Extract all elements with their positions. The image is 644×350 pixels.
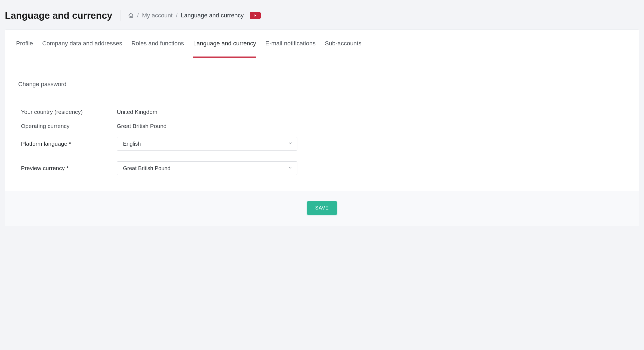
- tab-sub-accounts[interactable]: Sub-accounts: [325, 38, 362, 57]
- tab-roles[interactable]: Roles and functions: [131, 38, 184, 57]
- breadcrumb-current: Language and currency: [181, 12, 244, 19]
- value-country: United Kingdom: [117, 109, 157, 115]
- select-preview-currency[interactable]: Great British Pound: [117, 161, 297, 175]
- tab-email-notifications[interactable]: E-mail notifications: [265, 38, 316, 57]
- form-footer: SAVE: [5, 191, 639, 226]
- tab-change-password[interactable]: Change password: [16, 79, 66, 98]
- save-button[interactable]: SAVE: [307, 201, 337, 215]
- row-platform-language: Platform language * English: [21, 137, 623, 151]
- row-preview-currency: Preview currency * Great British Pound: [21, 161, 623, 175]
- row-country: Your country (residency) United Kingdom: [21, 109, 623, 115]
- select-platform-language-wrap: English: [117, 137, 297, 151]
- tab-language-currency[interactable]: Language and currency: [193, 38, 256, 57]
- home-icon[interactable]: [128, 12, 134, 18]
- tab-company-data[interactable]: Company data and addresses: [42, 38, 122, 57]
- breadcrumb-separator: /: [137, 12, 139, 19]
- video-help-icon[interactable]: [250, 12, 261, 19]
- breadcrumb: / My account / Language and currency: [128, 12, 261, 19]
- settings-card: Profile Company data and addresses Roles…: [5, 29, 639, 226]
- row-operating-currency: Operating currency Great British Pound: [21, 123, 623, 129]
- label-preview-currency: Preview currency *: [21, 165, 117, 171]
- form-area: Your country (residency) United Kingdom …: [5, 98, 639, 191]
- breadcrumb-separator: /: [176, 12, 177, 19]
- value-operating-currency: Great British Pound: [117, 123, 167, 129]
- tab-profile[interactable]: Profile: [16, 38, 33, 57]
- label-operating-currency: Operating currency: [21, 123, 117, 129]
- tab-row-break: [16, 67, 628, 69]
- page-header: Language and currency / My account / Lan…: [5, 5, 639, 29]
- tab-bar: Profile Company data and addresses Roles…: [5, 30, 639, 98]
- label-country: Your country (residency): [21, 109, 117, 115]
- divider: [121, 10, 121, 21]
- label-platform-language: Platform language *: [21, 140, 117, 147]
- page-title: Language and currency: [5, 10, 121, 21]
- breadcrumb-my-account[interactable]: My account: [142, 12, 173, 19]
- select-preview-currency-wrap: Great British Pound: [117, 161, 297, 175]
- select-platform-language[interactable]: English: [117, 137, 297, 151]
